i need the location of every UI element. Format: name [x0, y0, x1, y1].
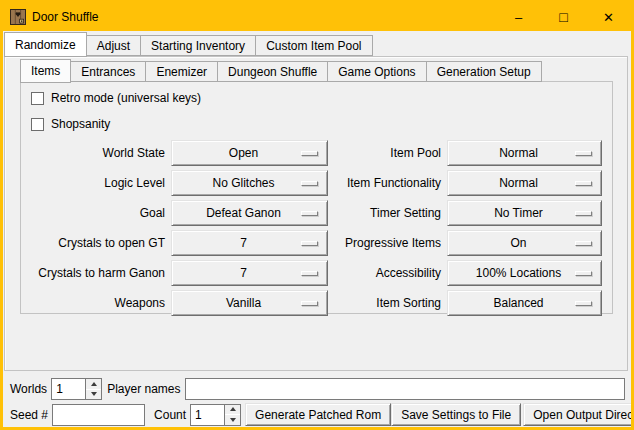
- door-icon: [10, 9, 26, 25]
- worlds-spinbox[interactable]: [51, 378, 102, 400]
- seed-label: Seed #: [10, 408, 48, 422]
- dropdown-indicator-icon: [575, 271, 592, 276]
- count-label: Count: [154, 408, 186, 422]
- weapons-dropdown[interactable]: Vanilla: [171, 290, 328, 316]
- maximize-button[interactable]: □: [541, 3, 586, 31]
- tab-randomize[interactable]: Randomize: [4, 32, 87, 57]
- options-grid: World State Open Logic Level No Glitches: [21, 140, 612, 320]
- accessibility-value: 100% Locations: [476, 266, 561, 280]
- accessibility-row: Accessibility 100% Locations: [329, 260, 602, 286]
- accessibility-label: Accessibility: [329, 266, 447, 280]
- accessibility-dropdown[interactable]: 100% Locations: [447, 260, 602, 286]
- randomize-page: Items Entrances Enemizer Dungeon Shuffle…: [4, 56, 628, 371]
- worlds-input[interactable]: [52, 379, 85, 399]
- crystals-open-gt-value: 7: [240, 236, 247, 250]
- arrow-up-icon: [91, 382, 97, 386]
- worlds-spin-buttons: [85, 379, 101, 399]
- tab-generation-setup[interactable]: Generation Setup: [426, 61, 542, 82]
- worlds-spin-up-button[interactable]: [86, 379, 101, 389]
- count-input[interactable]: [191, 405, 224, 425]
- item-sorting-value: Balanced: [493, 296, 543, 310]
- tab-adjust[interactable]: Adjust: [86, 35, 141, 56]
- world-state-dropdown[interactable]: Open: [171, 140, 328, 166]
- outer-tab-bar: Randomize Adjust Starting Inventory Cust…: [3, 31, 631, 56]
- progressive-items-dropdown[interactable]: On: [447, 230, 602, 256]
- crystals-harm-ganon-label: Crystals to harm Ganon: [25, 266, 171, 280]
- crystals-harm-ganon-value: 7: [240, 266, 247, 280]
- worlds-row: Worlds Player names: [10, 378, 625, 400]
- dropdown-indicator-icon: [575, 241, 592, 246]
- tab-custom-item-pool[interactable]: Custom Item Pool: [255, 35, 372, 56]
- crystals-open-gt-label: Crystals to open GT: [25, 236, 171, 250]
- dropdown-indicator-icon: [301, 271, 318, 276]
- progressive-items-row: Progressive Items On: [329, 230, 602, 256]
- maximize-icon: □: [559, 10, 567, 24]
- item-functionality-label: Item Functionality: [329, 176, 447, 190]
- world-state-row: World State Open: [25, 140, 328, 166]
- count-spinbox[interactable]: [190, 404, 241, 426]
- timer-setting-dropdown[interactable]: No Timer: [447, 200, 602, 226]
- items-page: Retro mode (universal keys) Shopsanity W…: [20, 81, 613, 314]
- bottom-control-bar: Worlds Player names Seed # Count: [3, 371, 631, 427]
- logic-level-value: No Glitches: [212, 176, 274, 190]
- item-pool-row: Item Pool Normal: [329, 140, 602, 166]
- count-spin-down-button[interactable]: [225, 414, 240, 425]
- goal-row: Goal Defeat Ganon: [25, 200, 328, 226]
- tab-starting-inventory[interactable]: Starting Inventory: [140, 35, 256, 56]
- tab-game-options[interactable]: Game Options: [327, 61, 426, 82]
- item-sorting-row: Item Sorting Balanced: [329, 290, 602, 316]
- dropdown-indicator-icon: [301, 151, 318, 156]
- generate-patched-rom-button[interactable]: Generate Patched Rom: [245, 403, 391, 426]
- weapons-label: Weapons: [25, 296, 171, 310]
- minimize-button[interactable]: –: [496, 3, 541, 31]
- tab-entrances[interactable]: Entrances: [70, 61, 146, 82]
- tab-dungeon-shuffle[interactable]: Dungeon Shuffle: [217, 61, 328, 82]
- crystals-open-gt-row: Crystals to open GT 7: [25, 230, 328, 256]
- tab-enemizer[interactable]: Enemizer: [145, 61, 218, 82]
- dropdown-indicator-icon: [301, 241, 318, 246]
- item-functionality-dropdown[interactable]: Normal: [447, 170, 602, 196]
- minimize-icon: –: [515, 11, 522, 24]
- arrow-down-icon: [230, 418, 236, 422]
- tab-items[interactable]: Items: [20, 59, 71, 83]
- dropdown-indicator-icon: [301, 211, 318, 216]
- retro-mode-checkbox[interactable]: Retro mode (universal keys): [31, 91, 612, 105]
- item-functionality-row: Item Functionality Normal: [329, 170, 602, 196]
- worlds-spin-down-button[interactable]: [86, 389, 101, 400]
- world-state-value: Open: [229, 146, 258, 160]
- shopsanity-checkbox-box[interactable]: [31, 118, 44, 131]
- close-button[interactable]: ✕: [586, 3, 631, 31]
- item-functionality-value: Normal: [499, 176, 538, 190]
- weapons-value: Vanilla: [226, 296, 261, 310]
- player-names-input[interactable]: [185, 378, 626, 400]
- open-output-directory-button[interactable]: Open Output Directory: [523, 403, 634, 426]
- logic-level-row: Logic Level No Glitches: [25, 170, 328, 196]
- dropdown-indicator-icon: [301, 301, 318, 306]
- crystals-open-gt-dropdown[interactable]: 7: [171, 230, 328, 256]
- item-sorting-label: Item Sorting: [329, 296, 447, 310]
- goal-dropdown[interactable]: Defeat Ganon: [171, 200, 328, 226]
- seed-input[interactable]: [52, 404, 145, 426]
- world-state-label: World State: [25, 146, 171, 160]
- shopsanity-checkbox[interactable]: Shopsanity: [31, 117, 612, 131]
- dropdown-indicator-icon: [575, 211, 592, 216]
- crystals-harm-ganon-dropdown[interactable]: 7: [171, 260, 328, 286]
- player-names-label: Player names: [107, 382, 180, 396]
- dropdown-indicator-icon: [575, 301, 592, 306]
- logic-level-dropdown[interactable]: No Glitches: [171, 170, 328, 196]
- retro-mode-checkbox-box[interactable]: [31, 92, 44, 105]
- item-pool-value: Normal: [499, 146, 538, 160]
- door-shuffle-window: Door Shuffle – □ ✕ Randomize Adjust Star…: [0, 0, 634, 430]
- item-pool-dropdown[interactable]: Normal: [447, 140, 602, 166]
- arrow-down-icon: [91, 392, 97, 396]
- item-pool-label: Item Pool: [329, 146, 447, 160]
- window-titlebar: Door Shuffle – □ ✕: [3, 3, 631, 31]
- save-settings-button[interactable]: Save Settings to File: [391, 403, 521, 426]
- seed-row: Seed # Count Generate Patched Rom Save S…: [10, 403, 625, 426]
- item-sorting-dropdown[interactable]: Balanced: [447, 290, 602, 316]
- count-spin-up-button[interactable]: [225, 405, 240, 415]
- window-title: Door Shuffle: [32, 10, 99, 24]
- options-column-left: World State Open Logic Level No Glitches: [25, 140, 328, 320]
- inner-tab-bar: Items Entrances Enemizer Dungeon Shuffle…: [20, 58, 627, 82]
- dropdown-indicator-icon: [575, 181, 592, 186]
